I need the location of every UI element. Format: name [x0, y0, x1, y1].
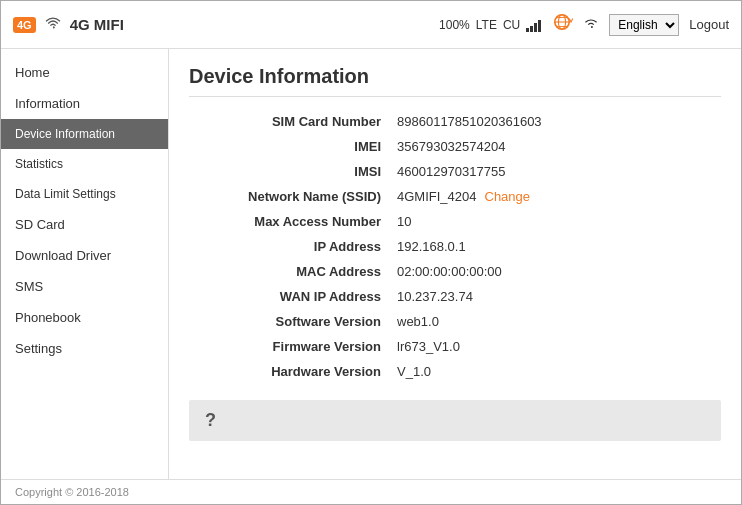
- sidebar-item-information[interactable]: Information: [1, 88, 168, 119]
- field-value: 10: [389, 209, 721, 234]
- field-value: web1.0: [389, 309, 721, 334]
- field-value: 192.168.0.1: [389, 234, 721, 259]
- field-label: Hardware Version: [189, 359, 389, 384]
- help-icon: ?: [205, 410, 216, 431]
- device-info-table: SIM Card Number89860117851020361603IMEI3…: [189, 109, 721, 384]
- sidebar-item-download-driver[interactable]: Download Driver: [1, 240, 168, 271]
- field-value: 89860117851020361603: [389, 109, 721, 134]
- field-label: Max Access Number: [189, 209, 389, 234]
- app-frame: 4G 4G MIFI 100% LTE CU: [0, 0, 742, 505]
- battery-status: 100%: [439, 18, 470, 32]
- wifi-top-icon: [583, 16, 599, 33]
- table-row: Hardware VersionV_1.0: [189, 359, 721, 384]
- sidebar: Home Information Device Information Stat…: [1, 49, 169, 479]
- carrier: CU: [503, 18, 520, 32]
- help-section: ?: [189, 400, 721, 441]
- field-value: 02:00:00:00:00:00: [389, 259, 721, 284]
- status-info: 100% LTE CU: [439, 18, 541, 32]
- table-row: Network Name (SSID)4GMIFI_4204Change: [189, 184, 721, 209]
- top-bar-left: 4G 4G MIFI: [13, 16, 124, 33]
- field-label: Firmware Version: [189, 334, 389, 359]
- field-label: MAC Address: [189, 259, 389, 284]
- wifi-icon: [44, 16, 62, 33]
- network-type: LTE: [476, 18, 497, 32]
- signal-bars-icon: [526, 18, 541, 32]
- field-label: WAN IP Address: [189, 284, 389, 309]
- sidebar-item-sd-card[interactable]: SD Card: [1, 209, 168, 240]
- brand-name: 4G MIFI: [70, 16, 124, 33]
- field-label: IP Address: [189, 234, 389, 259]
- change-link[interactable]: Change: [485, 189, 531, 204]
- sidebar-item-device-information[interactable]: Device Information: [1, 119, 168, 149]
- sidebar-item-statistics[interactable]: Statistics: [1, 149, 168, 179]
- table-row: Software Versionweb1.0: [189, 309, 721, 334]
- field-value: 356793032574204: [389, 134, 721, 159]
- sidebar-item-sms[interactable]: SMS: [1, 271, 168, 302]
- table-row: IP Address192.168.0.1: [189, 234, 721, 259]
- field-value: lr673_V1.0: [389, 334, 721, 359]
- sidebar-item-phonebook[interactable]: Phonebook: [1, 302, 168, 333]
- page-title: Device Information: [189, 65, 721, 97]
- logo-4g-badge: 4G: [13, 17, 36, 33]
- top-bar-right: 100% LTE CU: [439, 13, 729, 36]
- field-value: 4GMIFI_4204Change: [389, 184, 721, 209]
- field-label: SIM Card Number: [189, 109, 389, 134]
- top-bar: 4G 4G MIFI 100% LTE CU: [1, 1, 741, 49]
- sidebar-item-home[interactable]: Home: [1, 57, 168, 88]
- field-value: 460012970317755: [389, 159, 721, 184]
- field-value: V_1.0: [389, 359, 721, 384]
- table-row: Firmware Versionlr673_V1.0: [189, 334, 721, 359]
- table-row: SIM Card Number89860117851020361603: [189, 109, 721, 134]
- table-row: Max Access Number10: [189, 209, 721, 234]
- sidebar-item-data-limit-settings[interactable]: Data Limit Settings: [1, 179, 168, 209]
- sidebar-item-settings[interactable]: Settings: [1, 333, 168, 364]
- field-label: Software Version: [189, 309, 389, 334]
- main-content: Home Information Device Information Stat…: [1, 49, 741, 479]
- field-value: 10.237.23.74: [389, 284, 721, 309]
- logout-button[interactable]: Logout: [689, 17, 729, 32]
- table-row: IMSI460012970317755: [189, 159, 721, 184]
- page-area: Device Information SIM Card Number898601…: [169, 49, 741, 479]
- table-row: MAC Address02:00:00:00:00:00: [189, 259, 721, 284]
- copyright-text: Copyright © 2016-2018: [15, 486, 129, 498]
- field-label: IMSI: [189, 159, 389, 184]
- footer: Copyright © 2016-2018: [1, 479, 741, 504]
- globe-icon: [551, 13, 573, 36]
- field-label: IMEI: [189, 134, 389, 159]
- field-label: Network Name (SSID): [189, 184, 389, 209]
- language-select[interactable]: English 中文: [609, 14, 679, 36]
- table-row: WAN IP Address10.237.23.74: [189, 284, 721, 309]
- table-row: IMEI356793032574204: [189, 134, 721, 159]
